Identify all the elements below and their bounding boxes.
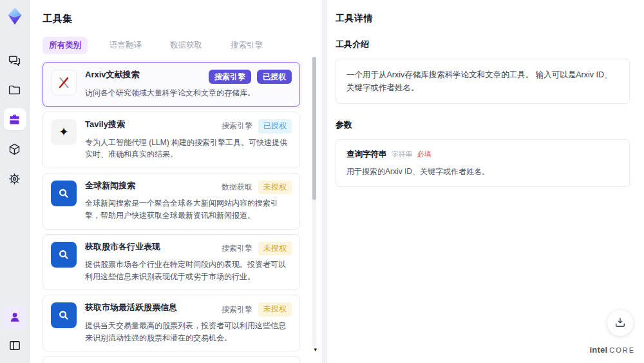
param-desc: 用于搜索的Arxiv ID、关键字或作者姓名。	[346, 166, 619, 177]
news-search-icon	[51, 181, 77, 206]
category-label: 搜索引擎	[222, 304, 252, 315]
category-label: 数据获取	[222, 182, 252, 193]
category-label: 搜索引擎	[222, 243, 252, 254]
tool-card-most-active-stocks[interactable]: 获取市场最活跃股票信息 搜索引擎 未授权 提供当天交易量最高的股票列表，投资者可…	[43, 295, 300, 351]
download-button[interactable]	[607, 310, 633, 336]
scrollbar-thumb[interactable]	[312, 57, 316, 200]
tab-all-categories[interactable]: 所有类别	[43, 37, 88, 54]
tool-desc: 提供股票市场各个行业在特定时间段内的表现。投资者可以利用这些信息来识别表现优于或…	[85, 259, 292, 282]
panel-icon[interactable]	[4, 335, 26, 357]
toolbox-icon[interactable]	[4, 108, 26, 130]
tool-card-global-news[interactable]: 全球新闻搜索 数据获取 未授权 全球新闻搜索是一个聚合全球各大新闻网站内容的搜索…	[43, 173, 300, 230]
gear-icon[interactable]	[4, 168, 26, 190]
tool-detail-pane: 工具详情 工具介绍 一个用于从Arxiv存储库搜索科学论文和文章的工具。 输入可…	[326, 0, 644, 363]
tool-name: 获取股市各行业表现	[85, 242, 160, 253]
rail-nav	[4, 49, 26, 190]
tool-card-regional-news[interactable]: 万维地区新闻查询 搜索引擎 未授权 查询具体行政区划内的新闻，快速了解各地新闻动	[43, 356, 300, 363]
auth-badge: 已授权	[258, 119, 292, 133]
tool-card-sector-performance[interactable]: 获取股市各行业表现 搜索引擎 未授权 提供股票市场各个行业在特定时间段内的表现。…	[43, 234, 300, 291]
app-window: 工具集 所有类别 语言翻译 数据获取 搜索引擎 Arxiv文献搜索	[0, 0, 644, 363]
tool-name: 全球新闻搜索	[85, 181, 135, 191]
folder-icon[interactable]	[4, 79, 26, 101]
intro-heading: 工具介绍	[336, 39, 630, 50]
tool-card-tavily[interactable]: ✦ Tavily搜索 搜索引擎 已授权 专为人工智能代理 (LLM) 构建的搜索…	[43, 112, 300, 168]
tool-name: Tavily搜索	[85, 119, 125, 130]
tool-desc: 全球新闻搜索是一个聚合全球各大新闻网站内容的搜索引擎，帮助用户快速获取全球最新资…	[85, 197, 292, 221]
tool-name: Arxiv文献搜索	[85, 70, 140, 81]
auth-badge: 已授权	[257, 70, 292, 84]
category-label: 搜索引擎	[222, 121, 252, 132]
intro-text: 一个用于从Arxiv存储库搜索科学论文和文章的工具。 输入可以是Arxiv ID…	[336, 59, 630, 104]
tavily-star-icon: ✦	[51, 119, 77, 145]
auth-badge: 未授权	[258, 242, 292, 256]
tab-language-translation[interactable]: 语言翻译	[103, 37, 148, 54]
tool-desc: 提供当天交易量最高的股票列表，投资者可以利用这些信息来识别流动性强的股票和潜在的…	[85, 320, 292, 344]
tool-card-arxiv[interactable]: Arxiv文献搜索 搜索引擎 已授权 访问各个研究领域大量科学论文和文章的存储库…	[43, 62, 300, 107]
tab-search-engine[interactable]: 搜索引擎	[224, 37, 269, 54]
rail-bottom	[4, 306, 26, 357]
category-badge: 搜索引擎	[209, 70, 251, 84]
param-card: 查询字符串 字符串 必填 用于搜索的Arxiv ID、关键字或作者姓名。	[336, 139, 630, 187]
tool-desc: 访问各个研究领域大量科学论文和文章的存储库。	[85, 87, 292, 99]
params-heading: 参数	[336, 119, 630, 131]
arxiv-icon	[51, 70, 77, 95]
stock-search-icon	[51, 242, 77, 268]
tool-list-pane: 工具集 所有类别 语言翻译 数据获取 搜索引擎 Arxiv文献搜索	[30, 0, 322, 363]
chat-icon[interactable]	[4, 49, 26, 71]
brand-intel: intel	[589, 345, 607, 355]
app-logo[interactable]	[4, 5, 26, 27]
auth-badge: 未授权	[258, 302, 292, 317]
tool-desc: 专为人工智能代理 (LLM) 构建的搜索引擎工具。可快速提供实时、准确和真实的结…	[85, 137, 292, 161]
nav-rail	[0, 0, 30, 363]
list-scrollbar[interactable]	[312, 57, 316, 348]
param-required-badge: 必填	[417, 150, 431, 159]
auth-badge: 未授权	[258, 181, 292, 195]
param-name: 查询字符串	[346, 149, 387, 160]
detail-title: 工具详情	[336, 13, 630, 25]
stock-search-icon	[51, 302, 77, 328]
download-icon	[614, 316, 627, 331]
tab-data-acquisition[interactable]: 数据获取	[164, 37, 209, 54]
tool-name: 获取市场最活跃股票信息	[85, 302, 177, 313]
brand-core: CORE	[609, 346, 635, 354]
cube-icon[interactable]	[4, 138, 26, 160]
tool-card-list: Arxiv文献搜索 搜索引擎 已授权 访问各个研究领域大量科学论文和文章的存储库…	[43, 62, 307, 363]
user-icon[interactable]	[4, 306, 26, 328]
page-title: 工具集	[43, 13, 307, 25]
scroll-down-icon[interactable]: ▾	[314, 347, 317, 353]
category-tabs: 所有类别 语言翻译 数据获取 搜索引擎	[43, 37, 307, 54]
param-type: 字符串	[392, 150, 413, 159]
intel-core-logo: intel CORE	[589, 345, 635, 355]
